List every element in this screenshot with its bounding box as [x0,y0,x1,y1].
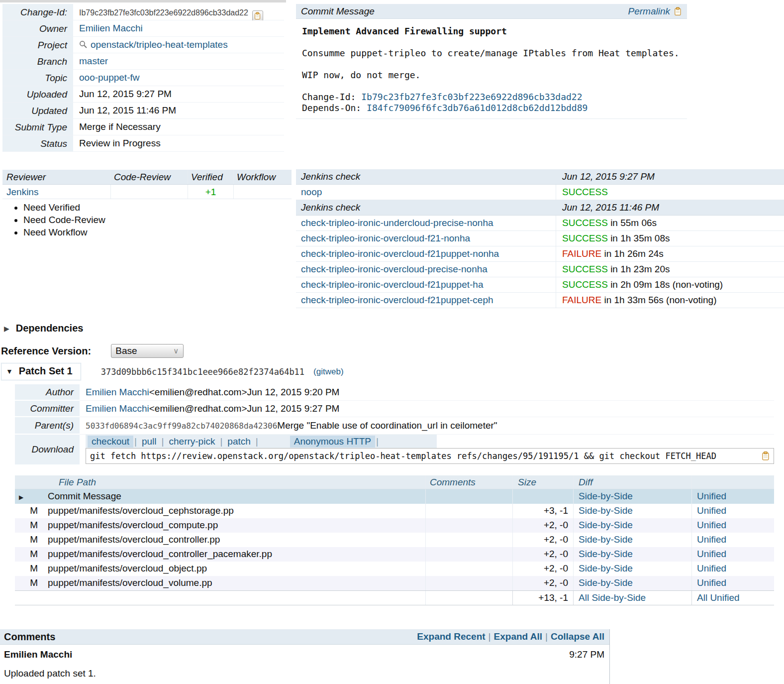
committer-email: <emilien@redhat.com> [149,403,247,414]
change-info-table: Change-Id: Ib79c23fb27fe3fc03bf223e6922d… [2,4,284,152]
unified-link[interactable]: Unified [697,520,726,530]
parent-sha: 5033fd06894c3ac9ff99a82cb74020868da42306 [86,421,277,431]
unified-link[interactable]: Unified [697,505,726,516]
tab-patch[interactable]: patch [223,436,254,448]
reference-version-select[interactable]: Base ∨ [111,344,184,358]
file-path: puppet/manifests/overcloud_controller_pa… [44,547,425,562]
file-path-col-header: File Path [44,475,425,489]
branch-link[interactable]: master [79,56,108,66]
gitweb-link[interactable]: (gitweb) [313,367,343,377]
ci-status: FAILURE [562,295,601,305]
workflow-col-header: Workflow [234,170,292,184]
file-row[interactable]: M puppet/manifests/overcloud_object.pp +… [15,562,774,576]
copy-permalink-icon[interactable] [674,7,682,16]
project-link[interactable]: openstack/tripleo-heat-templates [91,39,228,50]
copy-change-id-button[interactable] [252,10,263,21]
comment-item[interactable]: Emilien Macchi 9:27 PM Uploaded patch se… [0,645,609,679]
file-row[interactable]: M puppet/manifests/overcloud_volume.pp +… [15,576,774,590]
ci-group-title: Jenkins check [296,169,556,184]
cropped-toolbar-edge [0,0,286,2]
ci-job-link[interactable]: check-tripleo-ironic-overcloud-f21puppet… [301,279,483,290]
project-label: Project [2,37,73,53]
file-size: +3, -1 [512,504,573,518]
committer-date: Jun 12, 2015 9:27 PM [247,403,339,414]
comments-col-header: Comments [425,475,512,489]
search-icon[interactable] [79,40,88,49]
comments-title: Comments [4,631,55,643]
side-by-side-link[interactable]: Side-by-Side [579,491,633,501]
file-row[interactable]: M puppet/manifests/overcloud_cephstorage… [15,504,774,518]
info-row-owner: Owner Emilien Macchi [2,20,284,37]
verified-col-header: Verified [188,170,234,184]
file-status: M [15,547,44,562]
expand-all-link[interactable]: Expand All [494,631,542,642]
tab-cherry-pick[interactable]: cherry-pick [165,436,219,448]
committer-link[interactable]: Emilien Macchi [86,403,149,414]
ci-job-link[interactable]: check-tripleo-ironic-overcloud-f21puppet… [301,295,493,305]
copy-command-icon[interactable] [762,451,770,461]
comment-author: Emilien Macchi [4,649,72,660]
unified-link[interactable]: Unified [697,549,726,559]
all-unified-link[interactable]: All Unified [697,592,740,603]
info-row-updated: Updated Jun 12, 2015 11:46 PM [2,103,284,119]
permalink-link[interactable]: Permalink [628,6,670,17]
commit-message-file-row[interactable]: ▶ Commit Message Side-by-Side Unified [15,489,774,504]
ci-job-link[interactable]: noop [301,187,322,197]
ci-job-link[interactable]: check-tripleo-ironic-overcloud-f21puppet… [301,248,499,259]
tab-pull[interactable]: pull [138,436,161,448]
unified-link[interactable]: Unified [697,534,726,545]
file-path: puppet/manifests/overcloud_compute.pp [44,518,425,533]
unified-link[interactable]: Unified [697,491,726,501]
change-id-link[interactable]: Ib79c23fb27fe3fc03bf223e6922d896cb33dad2… [361,92,582,102]
collapsed-arrow-icon[interactable]: ▶ [4,325,9,333]
side-by-side-link[interactable]: Side-by-Side [579,549,633,559]
ci-status: FAILURE [562,248,601,259]
ci-job-link[interactable]: check-tripleo-ironic-overcloud-precise-n… [301,264,488,274]
patch-set-toggle[interactable]: ▼ Patch Set 1 [1,363,81,380]
file-row[interactable]: M puppet/manifests/overcloud_compute.pp … [15,518,774,533]
ci-job-row: noop SUCCESS [296,185,784,200]
side-by-side-link[interactable]: Side-by-Side [579,520,633,530]
expand-recent-link[interactable]: Expand Recent [417,631,485,642]
need-item: Need Code-Review [23,214,105,226]
depends-on-link[interactable]: I84fc79096f6fc3db76a61d012d8cb62dd12bdd8… [367,103,588,113]
chevron-down-icon: ∨ [173,346,179,355]
tab-checkout[interactable]: checkout [88,436,133,448]
expanded-arrow-icon[interactable]: ▼ [6,367,13,375]
all-side-by-side-link[interactable]: All Side-by-Side [579,592,646,603]
unified-link[interactable]: Unified [697,563,726,573]
patch-set-sha: 373d09bbb6c15f341bc1eee966e82f2374a64b11 [101,367,304,377]
info-row-status: Status Review in Progress [2,135,284,152]
file-size: +2, -0 [512,576,573,590]
reference-version-value: Base [115,345,137,356]
ci-job-link[interactable]: check-tripleo-ironic-undercloud-precise-… [301,218,493,228]
uploaded-value: Jun 12, 2015 9:27 PM [73,86,284,102]
file-size: +2, -0 [512,533,573,547]
file-size: +2, -0 [512,547,573,562]
code-review-vote [111,185,188,199]
dependencies-title: Dependencies [16,323,84,334]
topic-label: Topic [2,70,73,86]
side-by-side-link[interactable]: Side-by-Side [579,563,633,573]
unified-link[interactable]: Unified [697,577,726,588]
author-date: Jun 12, 2015 9:20 PM [247,387,339,398]
commit-change-id-line: Change-Id: Ib79c23fb27fe3fc03bf223e6922d… [302,92,681,103]
topic-link[interactable]: ooo-puppet-fw [79,72,139,83]
ci-duration: in 1h 33m 56s (non-voting) [601,295,716,305]
reviewer-link[interactable]: Jenkins [6,187,38,197]
file-path: puppet/manifests/overcloud_cephstorage.p… [44,504,425,518]
side-by-side-link[interactable]: Side-by-Side [579,534,633,545]
total-size: +13, -1 [512,591,573,605]
side-by-side-link[interactable]: Side-by-Side [579,505,633,516]
owner-link[interactable]: Emilien Macchi [79,23,143,33]
dependencies-section-header[interactable]: ▶ Dependencies [4,323,83,334]
file-row[interactable]: M puppet/manifests/overcloud_controller_… [15,547,774,562]
ci-job-link[interactable]: check-tripleo-ironic-overcloud-f21-nonha [301,233,470,243]
collapse-all-link[interactable]: Collapse All [551,631,604,642]
tab-anonymous-http[interactable]: Anonymous HTTP [290,436,375,448]
file-path: puppet/manifests/overcloud_volume.pp [44,576,425,590]
reviewer-col-header: Reviewer [2,170,111,184]
author-link[interactable]: Emilien Macchi [86,387,149,398]
file-row[interactable]: M puppet/manifests/overcloud_controller.… [15,533,774,547]
side-by-side-link[interactable]: Side-by-Side [579,577,633,588]
